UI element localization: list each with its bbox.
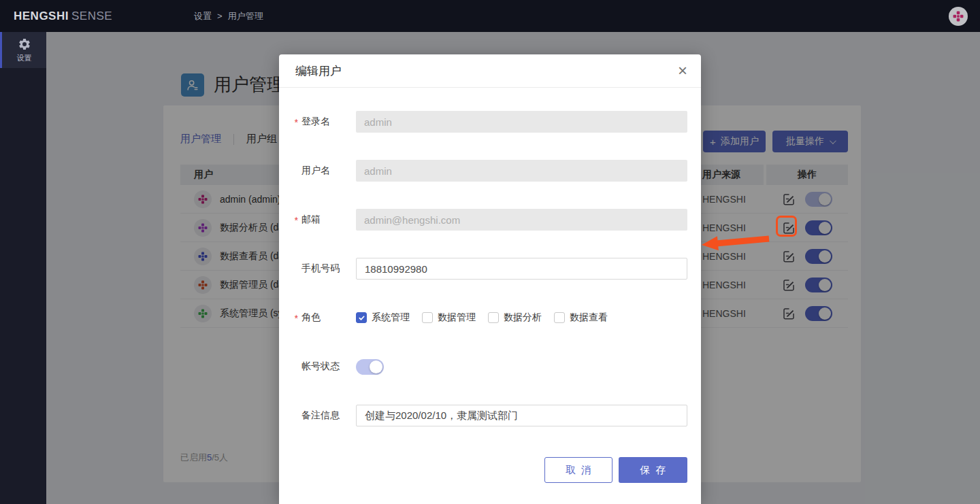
breadcrumb: 设置 > 用户管理 <box>194 10 263 22</box>
field-label: *邮箱 <box>294 214 356 226</box>
checkbox-icon <box>488 312 499 323</box>
brand-bold: HENGSHI <box>14 10 69 22</box>
gear-icon <box>18 37 31 51</box>
sidebar-item-settings[interactable]: 设置 <box>0 32 46 68</box>
phone-field-row: 手机号码 <box>294 258 687 280</box>
save-button[interactable]: 保存 <box>619 457 687 483</box>
sidebar-item-label: 设置 <box>17 53 32 63</box>
required-asterisk: * <box>294 313 297 324</box>
required-asterisk: * <box>294 117 297 128</box>
checkbox-icon <box>554 312 565 323</box>
user-name-input[interactable] <box>356 160 687 182</box>
email-field-row: *邮箱 <box>294 209 687 231</box>
hengshi-logo-icon <box>953 11 964 22</box>
checkbox-checked-icon <box>356 312 367 323</box>
field-label: *角色 <box>294 312 356 324</box>
field-label: 备注信息 <box>294 409 356 422</box>
remark-field-row: 备注信息 <box>294 405 687 426</box>
account-status-field-row: 帐号状态 <box>294 356 687 377</box>
role-checkbox-system-admin[interactable]: 系统管理 <box>356 312 410 324</box>
remark-input[interactable] <box>356 405 687 426</box>
user-name-field-row: 用户名 <box>294 160 687 182</box>
sidebar: 设置 <box>0 32 46 504</box>
field-label: 手机号码 <box>294 263 356 275</box>
annotation-arrow <box>700 233 772 253</box>
user-avatar[interactable] <box>949 7 968 26</box>
edit-user-modal: 编辑用户 × *登录名 用户名 *邮箱 手机号码 *角色 系统管理 <box>279 54 701 504</box>
topbar: HENGSHISENSE 设置 > 用户管理 <box>0 0 980 32</box>
login-name-field-row: *登录名 <box>294 111 687 133</box>
email-input[interactable] <box>356 209 687 231</box>
cancel-button[interactable]: 取消 <box>544 457 612 483</box>
role-checkbox-data-analysis[interactable]: 数据分析 <box>488 312 542 324</box>
breadcrumb-separator: > <box>217 11 223 21</box>
login-name-input[interactable] <box>356 111 687 133</box>
role-checkbox-data-view[interactable]: 数据查看 <box>554 312 608 324</box>
brand-logo: HENGSHISENSE <box>14 10 112 23</box>
checkbox-icon <box>422 312 433 323</box>
close-icon[interactable]: × <box>678 63 687 79</box>
breadcrumb-section[interactable]: 设置 <box>194 10 212 22</box>
annotation-highlight-box <box>776 216 797 237</box>
role-field-row: *角色 系统管理 数据管理 数据分析 数据查看 <box>294 307 687 329</box>
field-label: 用户名 <box>294 165 356 177</box>
required-asterisk: * <box>294 215 297 226</box>
modal-title: 编辑用户 <box>295 63 342 79</box>
field-label: *登录名 <box>294 116 356 128</box>
role-checkbox-data-admin[interactable]: 数据管理 <box>422 312 476 324</box>
account-status-toggle[interactable] <box>356 359 384 375</box>
phone-input[interactable] <box>356 258 687 280</box>
breadcrumb-page: 用户管理 <box>228 10 263 22</box>
brand-rest: SENSE <box>71 10 112 22</box>
field-label: 帐号状态 <box>294 360 356 373</box>
